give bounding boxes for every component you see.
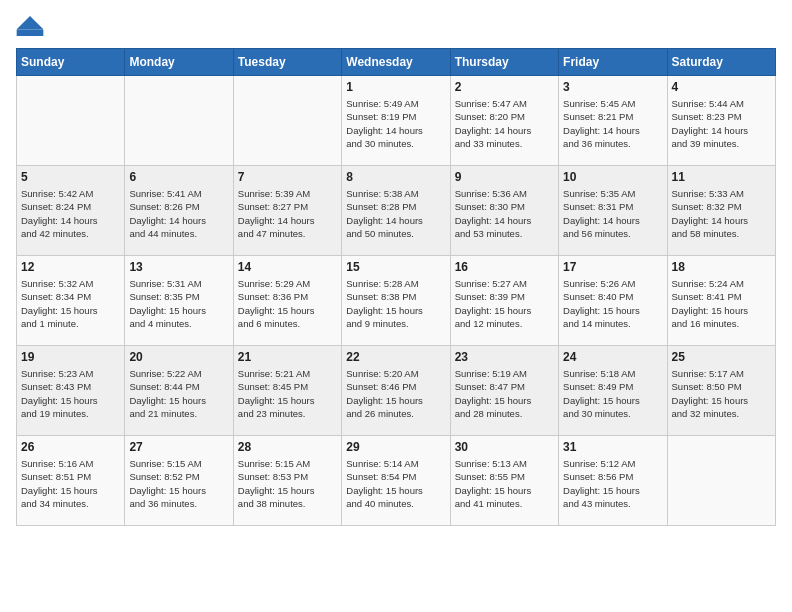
day-number: 18 [672, 260, 771, 274]
calendar-cell: 5Sunrise: 5:42 AM Sunset: 8:24 PM Daylig… [17, 166, 125, 256]
day-number: 12 [21, 260, 120, 274]
day-info: Sunrise: 5:42 AM Sunset: 8:24 PM Dayligh… [21, 187, 120, 240]
calendar-cell: 16Sunrise: 5:27 AM Sunset: 8:39 PM Dayli… [450, 256, 558, 346]
day-number: 27 [129, 440, 228, 454]
calendar-cell: 12Sunrise: 5:32 AM Sunset: 8:34 PM Dayli… [17, 256, 125, 346]
calendar-cell: 3Sunrise: 5:45 AM Sunset: 8:21 PM Daylig… [559, 76, 667, 166]
day-info: Sunrise: 5:23 AM Sunset: 8:43 PM Dayligh… [21, 367, 120, 420]
day-info: Sunrise: 5:33 AM Sunset: 8:32 PM Dayligh… [672, 187, 771, 240]
calendar-cell: 22Sunrise: 5:20 AM Sunset: 8:46 PM Dayli… [342, 346, 450, 436]
calendar-table: SundayMondayTuesdayWednesdayThursdayFrid… [16, 48, 776, 526]
day-number: 28 [238, 440, 337, 454]
calendar-week-row: 19Sunrise: 5:23 AM Sunset: 8:43 PM Dayli… [17, 346, 776, 436]
calendar-cell: 28Sunrise: 5:15 AM Sunset: 8:53 PM Dayli… [233, 436, 341, 526]
calendar-cell: 30Sunrise: 5:13 AM Sunset: 8:55 PM Dayli… [450, 436, 558, 526]
header-wednesday: Wednesday [342, 49, 450, 76]
calendar-cell: 11Sunrise: 5:33 AM Sunset: 8:32 PM Dayli… [667, 166, 775, 256]
day-info: Sunrise: 5:15 AM Sunset: 8:52 PM Dayligh… [129, 457, 228, 510]
calendar-cell [125, 76, 233, 166]
svg-rect-1 [17, 29, 44, 36]
calendar-cell: 18Sunrise: 5:24 AM Sunset: 8:41 PM Dayli… [667, 256, 775, 346]
day-number: 5 [21, 170, 120, 184]
day-number: 14 [238, 260, 337, 274]
calendar-cell: 26Sunrise: 5:16 AM Sunset: 8:51 PM Dayli… [17, 436, 125, 526]
day-info: Sunrise: 5:19 AM Sunset: 8:47 PM Dayligh… [455, 367, 554, 420]
day-info: Sunrise: 5:13 AM Sunset: 8:55 PM Dayligh… [455, 457, 554, 510]
calendar-cell: 27Sunrise: 5:15 AM Sunset: 8:52 PM Dayli… [125, 436, 233, 526]
calendar-cell: 24Sunrise: 5:18 AM Sunset: 8:49 PM Dayli… [559, 346, 667, 436]
calendar-cell: 19Sunrise: 5:23 AM Sunset: 8:43 PM Dayli… [17, 346, 125, 436]
calendar-cell: 23Sunrise: 5:19 AM Sunset: 8:47 PM Dayli… [450, 346, 558, 436]
calendar-cell: 6Sunrise: 5:41 AM Sunset: 8:26 PM Daylig… [125, 166, 233, 256]
day-number: 1 [346, 80, 445, 94]
day-number: 22 [346, 350, 445, 364]
day-info: Sunrise: 5:18 AM Sunset: 8:49 PM Dayligh… [563, 367, 662, 420]
calendar-week-row: 26Sunrise: 5:16 AM Sunset: 8:51 PM Dayli… [17, 436, 776, 526]
day-number: 26 [21, 440, 120, 454]
header-monday: Monday [125, 49, 233, 76]
day-number: 31 [563, 440, 662, 454]
header-tuesday: Tuesday [233, 49, 341, 76]
calendar-cell: 7Sunrise: 5:39 AM Sunset: 8:27 PM Daylig… [233, 166, 341, 256]
day-number: 20 [129, 350, 228, 364]
day-number: 8 [346, 170, 445, 184]
day-number: 29 [346, 440, 445, 454]
day-info: Sunrise: 5:22 AM Sunset: 8:44 PM Dayligh… [129, 367, 228, 420]
calendar-cell: 31Sunrise: 5:12 AM Sunset: 8:56 PM Dayli… [559, 436, 667, 526]
calendar-cell: 17Sunrise: 5:26 AM Sunset: 8:40 PM Dayli… [559, 256, 667, 346]
day-info: Sunrise: 5:24 AM Sunset: 8:41 PM Dayligh… [672, 277, 771, 330]
header-sunday: Sunday [17, 49, 125, 76]
header-friday: Friday [559, 49, 667, 76]
day-number: 16 [455, 260, 554, 274]
day-number: 7 [238, 170, 337, 184]
day-info: Sunrise: 5:29 AM Sunset: 8:36 PM Dayligh… [238, 277, 337, 330]
calendar-header-row: SundayMondayTuesdayWednesdayThursdayFrid… [17, 49, 776, 76]
day-info: Sunrise: 5:39 AM Sunset: 8:27 PM Dayligh… [238, 187, 337, 240]
day-number: 19 [21, 350, 120, 364]
day-number: 17 [563, 260, 662, 274]
day-info: Sunrise: 5:47 AM Sunset: 8:20 PM Dayligh… [455, 97, 554, 150]
calendar-week-row: 1Sunrise: 5:49 AM Sunset: 8:19 PM Daylig… [17, 76, 776, 166]
day-number: 15 [346, 260, 445, 274]
day-number: 11 [672, 170, 771, 184]
calendar-week-row: 12Sunrise: 5:32 AM Sunset: 8:34 PM Dayli… [17, 256, 776, 346]
day-info: Sunrise: 5:16 AM Sunset: 8:51 PM Dayligh… [21, 457, 120, 510]
day-info: Sunrise: 5:20 AM Sunset: 8:46 PM Dayligh… [346, 367, 445, 420]
day-info: Sunrise: 5:28 AM Sunset: 8:38 PM Dayligh… [346, 277, 445, 330]
day-info: Sunrise: 5:32 AM Sunset: 8:34 PM Dayligh… [21, 277, 120, 330]
day-info: Sunrise: 5:45 AM Sunset: 8:21 PM Dayligh… [563, 97, 662, 150]
day-info: Sunrise: 5:27 AM Sunset: 8:39 PM Dayligh… [455, 277, 554, 330]
day-info: Sunrise: 5:44 AM Sunset: 8:23 PM Dayligh… [672, 97, 771, 150]
day-info: Sunrise: 5:31 AM Sunset: 8:35 PM Dayligh… [129, 277, 228, 330]
calendar-cell: 4Sunrise: 5:44 AM Sunset: 8:23 PM Daylig… [667, 76, 775, 166]
header-thursday: Thursday [450, 49, 558, 76]
day-info: Sunrise: 5:38 AM Sunset: 8:28 PM Dayligh… [346, 187, 445, 240]
calendar-cell: 13Sunrise: 5:31 AM Sunset: 8:35 PM Dayli… [125, 256, 233, 346]
day-info: Sunrise: 5:15 AM Sunset: 8:53 PM Dayligh… [238, 457, 337, 510]
day-info: Sunrise: 5:26 AM Sunset: 8:40 PM Dayligh… [563, 277, 662, 330]
day-number: 25 [672, 350, 771, 364]
calendar-cell: 14Sunrise: 5:29 AM Sunset: 8:36 PM Dayli… [233, 256, 341, 346]
day-number: 24 [563, 350, 662, 364]
day-number: 13 [129, 260, 228, 274]
calendar-week-row: 5Sunrise: 5:42 AM Sunset: 8:24 PM Daylig… [17, 166, 776, 256]
day-info: Sunrise: 5:35 AM Sunset: 8:31 PM Dayligh… [563, 187, 662, 240]
logo-icon [16, 16, 44, 36]
calendar-cell: 1Sunrise: 5:49 AM Sunset: 8:19 PM Daylig… [342, 76, 450, 166]
day-info: Sunrise: 5:14 AM Sunset: 8:54 PM Dayligh… [346, 457, 445, 510]
calendar-cell: 29Sunrise: 5:14 AM Sunset: 8:54 PM Dayli… [342, 436, 450, 526]
day-info: Sunrise: 5:21 AM Sunset: 8:45 PM Dayligh… [238, 367, 337, 420]
day-info: Sunrise: 5:12 AM Sunset: 8:56 PM Dayligh… [563, 457, 662, 510]
calendar-cell: 20Sunrise: 5:22 AM Sunset: 8:44 PM Dayli… [125, 346, 233, 436]
calendar-cell: 15Sunrise: 5:28 AM Sunset: 8:38 PM Dayli… [342, 256, 450, 346]
svg-marker-0 [17, 16, 44, 29]
calendar-cell [17, 76, 125, 166]
day-number: 2 [455, 80, 554, 94]
calendar-cell: 2Sunrise: 5:47 AM Sunset: 8:20 PM Daylig… [450, 76, 558, 166]
page-header [16, 16, 776, 36]
logo [16, 16, 48, 36]
calendar-cell [667, 436, 775, 526]
calendar-cell: 10Sunrise: 5:35 AM Sunset: 8:31 PM Dayli… [559, 166, 667, 256]
day-number: 10 [563, 170, 662, 184]
header-saturday: Saturday [667, 49, 775, 76]
